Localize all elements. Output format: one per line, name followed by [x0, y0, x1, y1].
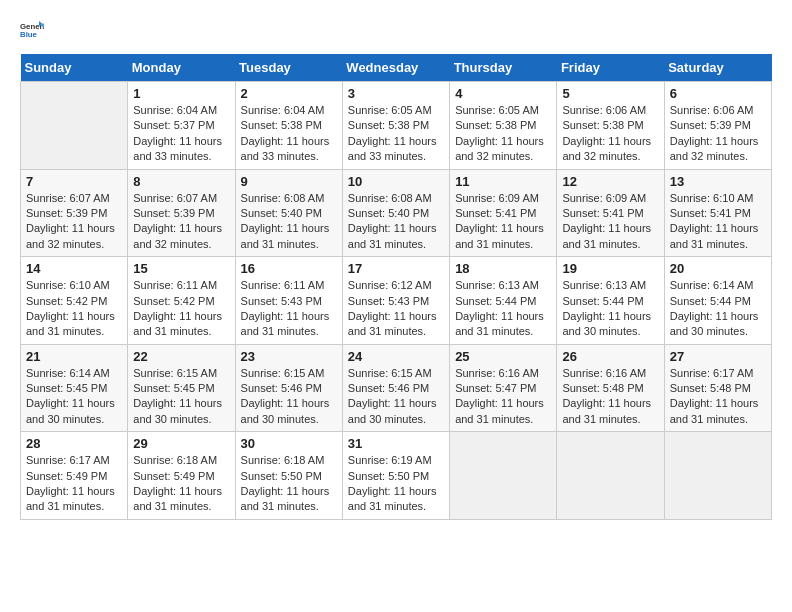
calendar-cell: 28Sunrise: 6:17 AMSunset: 5:49 PMDayligh… [21, 432, 128, 520]
cell-line: Sunrise: 6:08 AM [348, 192, 432, 204]
day-number: 30 [241, 436, 337, 451]
cell-line: Daylight: 11 hours and 31 minutes. [348, 310, 437, 337]
cell-line: Daylight: 11 hours and 31 minutes. [670, 222, 759, 249]
cell-content: Sunrise: 6:04 AMSunset: 5:38 PMDaylight:… [241, 103, 337, 165]
header-tuesday: Tuesday [235, 54, 342, 82]
calendar-week-1: 1Sunrise: 6:04 AMSunset: 5:37 PMDaylight… [21, 82, 772, 170]
cell-line: Sunrise: 6:15 AM [348, 367, 432, 379]
cell-content: Sunrise: 6:14 AMSunset: 5:45 PMDaylight:… [26, 366, 122, 428]
day-number: 9 [241, 174, 337, 189]
cell-line: Sunrise: 6:04 AM [133, 104, 217, 116]
cell-line: Sunset: 5:38 PM [455, 119, 536, 131]
cell-line: Sunset: 5:43 PM [241, 295, 322, 307]
cell-line: Daylight: 11 hours and 32 minutes. [26, 222, 115, 249]
cell-line: Daylight: 11 hours and 31 minutes. [348, 485, 437, 512]
cell-line: Sunset: 5:41 PM [455, 207, 536, 219]
cell-line: Daylight: 11 hours and 30 minutes. [348, 397, 437, 424]
cell-line: Daylight: 11 hours and 32 minutes. [455, 135, 544, 162]
day-number: 7 [26, 174, 122, 189]
calendar-cell: 6Sunrise: 6:06 AMSunset: 5:39 PMDaylight… [664, 82, 771, 170]
calendar-week-3: 14Sunrise: 6:10 AMSunset: 5:42 PMDayligh… [21, 257, 772, 345]
logo: General Blue [20, 20, 44, 44]
cell-line: Sunset: 5:38 PM [562, 119, 643, 131]
cell-content: Sunrise: 6:08 AMSunset: 5:40 PMDaylight:… [241, 191, 337, 253]
day-number: 22 [133, 349, 229, 364]
cell-line: Daylight: 11 hours and 32 minutes. [562, 135, 651, 162]
cell-line: Sunrise: 6:04 AM [241, 104, 325, 116]
calendar-week-4: 21Sunrise: 6:14 AMSunset: 5:45 PMDayligh… [21, 344, 772, 432]
cell-line: Daylight: 11 hours and 31 minutes. [455, 397, 544, 424]
calendar-cell: 26Sunrise: 6:16 AMSunset: 5:48 PMDayligh… [557, 344, 664, 432]
day-number: 5 [562, 86, 658, 101]
calendar-header-row: SundayMondayTuesdayWednesdayThursdayFrid… [21, 54, 772, 82]
cell-line: Sunset: 5:50 PM [348, 470, 429, 482]
calendar-week-5: 28Sunrise: 6:17 AMSunset: 5:49 PMDayligh… [21, 432, 772, 520]
calendar-cell [557, 432, 664, 520]
day-number: 14 [26, 261, 122, 276]
calendar-cell: 27Sunrise: 6:17 AMSunset: 5:48 PMDayligh… [664, 344, 771, 432]
calendar-cell: 29Sunrise: 6:18 AMSunset: 5:49 PMDayligh… [128, 432, 235, 520]
cell-line: Daylight: 11 hours and 30 minutes. [670, 310, 759, 337]
calendar-week-2: 7Sunrise: 6:07 AMSunset: 5:39 PMDaylight… [21, 169, 772, 257]
calendar-cell: 1Sunrise: 6:04 AMSunset: 5:37 PMDaylight… [128, 82, 235, 170]
cell-line: Daylight: 11 hours and 31 minutes. [455, 310, 544, 337]
day-number: 27 [670, 349, 766, 364]
header-thursday: Thursday [450, 54, 557, 82]
cell-line: Sunrise: 6:14 AM [26, 367, 110, 379]
cell-line: Sunset: 5:39 PM [26, 207, 107, 219]
calendar-cell: 10Sunrise: 6:08 AMSunset: 5:40 PMDayligh… [342, 169, 449, 257]
day-number: 11 [455, 174, 551, 189]
cell-line: Sunset: 5:44 PM [670, 295, 751, 307]
cell-content: Sunrise: 6:10 AMSunset: 5:41 PMDaylight:… [670, 191, 766, 253]
cell-line: Sunset: 5:45 PM [133, 382, 214, 394]
cell-line: Sunrise: 6:17 AM [26, 454, 110, 466]
day-number: 26 [562, 349, 658, 364]
calendar-cell: 14Sunrise: 6:10 AMSunset: 5:42 PMDayligh… [21, 257, 128, 345]
day-number: 12 [562, 174, 658, 189]
calendar-cell: 23Sunrise: 6:15 AMSunset: 5:46 PMDayligh… [235, 344, 342, 432]
cell-line: Daylight: 11 hours and 31 minutes. [241, 310, 330, 337]
calendar-cell [450, 432, 557, 520]
calendar-cell [21, 82, 128, 170]
calendar-cell: 12Sunrise: 6:09 AMSunset: 5:41 PMDayligh… [557, 169, 664, 257]
cell-content: Sunrise: 6:09 AMSunset: 5:41 PMDaylight:… [562, 191, 658, 253]
cell-content: Sunrise: 6:15 AMSunset: 5:45 PMDaylight:… [133, 366, 229, 428]
cell-content: Sunrise: 6:04 AMSunset: 5:37 PMDaylight:… [133, 103, 229, 165]
cell-line: Sunset: 5:44 PM [562, 295, 643, 307]
calendar-cell: 24Sunrise: 6:15 AMSunset: 5:46 PMDayligh… [342, 344, 449, 432]
cell-line: Sunset: 5:47 PM [455, 382, 536, 394]
cell-content: Sunrise: 6:11 AMSunset: 5:42 PMDaylight:… [133, 278, 229, 340]
cell-content: Sunrise: 6:08 AMSunset: 5:40 PMDaylight:… [348, 191, 444, 253]
cell-content: Sunrise: 6:07 AMSunset: 5:39 PMDaylight:… [133, 191, 229, 253]
cell-line: Sunrise: 6:10 AM [26, 279, 110, 291]
cell-content: Sunrise: 6:12 AMSunset: 5:43 PMDaylight:… [348, 278, 444, 340]
cell-line: Sunset: 5:39 PM [133, 207, 214, 219]
calendar-cell: 19Sunrise: 6:13 AMSunset: 5:44 PMDayligh… [557, 257, 664, 345]
cell-line: Sunrise: 6:15 AM [133, 367, 217, 379]
cell-line: Daylight: 11 hours and 30 minutes. [133, 397, 222, 424]
cell-line: Daylight: 11 hours and 31 minutes. [348, 222, 437, 249]
cell-line: Daylight: 11 hours and 31 minutes. [133, 310, 222, 337]
day-number: 20 [670, 261, 766, 276]
calendar-cell: 2Sunrise: 6:04 AMSunset: 5:38 PMDaylight… [235, 82, 342, 170]
cell-content: Sunrise: 6:16 AMSunset: 5:48 PMDaylight:… [562, 366, 658, 428]
cell-line: Sunrise: 6:11 AM [241, 279, 325, 291]
day-number: 25 [455, 349, 551, 364]
day-number: 23 [241, 349, 337, 364]
day-number: 4 [455, 86, 551, 101]
day-number: 1 [133, 86, 229, 101]
cell-line: Sunrise: 6:16 AM [455, 367, 539, 379]
cell-line: Sunset: 5:46 PM [348, 382, 429, 394]
cell-line: Daylight: 11 hours and 33 minutes. [133, 135, 222, 162]
cell-line: Daylight: 11 hours and 31 minutes. [562, 222, 651, 249]
day-number: 17 [348, 261, 444, 276]
day-number: 15 [133, 261, 229, 276]
calendar-cell [664, 432, 771, 520]
cell-content: Sunrise: 6:15 AMSunset: 5:46 PMDaylight:… [241, 366, 337, 428]
cell-line: Sunrise: 6:19 AM [348, 454, 432, 466]
cell-line: Sunrise: 6:09 AM [562, 192, 646, 204]
day-number: 29 [133, 436, 229, 451]
cell-line: Daylight: 11 hours and 31 minutes. [455, 222, 544, 249]
day-number: 18 [455, 261, 551, 276]
cell-line: Sunset: 5:38 PM [348, 119, 429, 131]
